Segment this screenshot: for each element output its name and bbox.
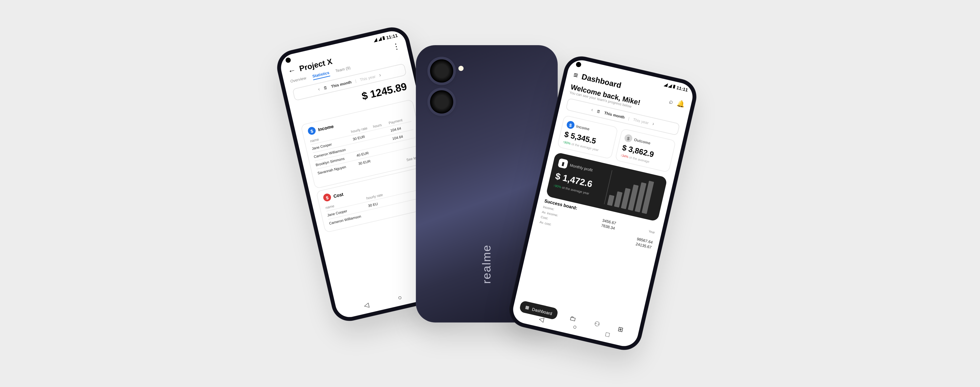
tab-team[interactable]: Team (9): [335, 66, 351, 75]
camera-punch-hole: [285, 57, 291, 63]
nav-back-icon[interactable]: ◁: [538, 315, 545, 323]
range-this-month[interactable]: This month: [331, 80, 352, 88]
calendar-icon: 🗓: [597, 109, 601, 113]
outcome-icon: $: [624, 134, 633, 143]
camera-punch-hole: [576, 62, 582, 68]
cost-icon: $: [323, 193, 332, 202]
signal-icon: ◢: [377, 36, 382, 42]
income-label: Income: [318, 124, 334, 132]
status-time: 11:11: [386, 33, 398, 40]
outcome-card[interactable]: $Outcome $ 3,862.9 ↑34% ot the average: [615, 128, 676, 173]
nav-back-icon[interactable]: ◁: [363, 301, 370, 309]
range-this-year[interactable]: This year: [633, 117, 649, 125]
cost-label: Cost: [333, 191, 344, 198]
chart-bar: [614, 191, 622, 207]
camera-lens: [430, 90, 453, 113]
battery-icon: ▮: [382, 35, 385, 41]
chart-icon: ▮: [558, 158, 568, 169]
income-card[interactable]: $Income $ 5,345.5 ↑90% ot the average ye…: [557, 115, 618, 159]
signal-icon: ◢: [373, 37, 377, 43]
battery-icon: ▮: [672, 84, 676, 89]
chevron-right-icon[interactable]: ›: [652, 121, 655, 127]
chevron-left-icon[interactable]: ‹: [591, 107, 594, 113]
chart-bar: [607, 194, 614, 206]
monthly-bar-chart: [604, 170, 662, 215]
calendar-icon: 🗓: [323, 85, 328, 90]
camera-lens: [430, 59, 453, 83]
back-icon[interactable]: ←: [287, 65, 297, 76]
more-icon[interactable]: ⋮: [391, 41, 401, 52]
income-icon: $: [307, 126, 317, 135]
signal-icon: ◢: [663, 82, 668, 88]
chevron-right-icon[interactable]: ›: [379, 72, 382, 78]
camera-flash: [458, 66, 464, 71]
nav-home-icon[interactable]: ○: [397, 294, 402, 301]
menu-icon[interactable]: ≡: [573, 70, 579, 80]
status-time: 11:11: [676, 85, 688, 92]
nav-home-icon[interactable]: ○: [572, 323, 578, 331]
brand-logo: realme: [480, 244, 494, 284]
signal-icon: ◢: [668, 83, 672, 89]
range-this-month[interactable]: This month: [604, 111, 625, 119]
range-this-year[interactable]: This year: [360, 74, 376, 81]
chevron-left-icon[interactable]: ‹: [317, 86, 320, 92]
nav-recent-icon[interactable]: □: [605, 330, 610, 338]
income-icon: $: [566, 120, 575, 129]
